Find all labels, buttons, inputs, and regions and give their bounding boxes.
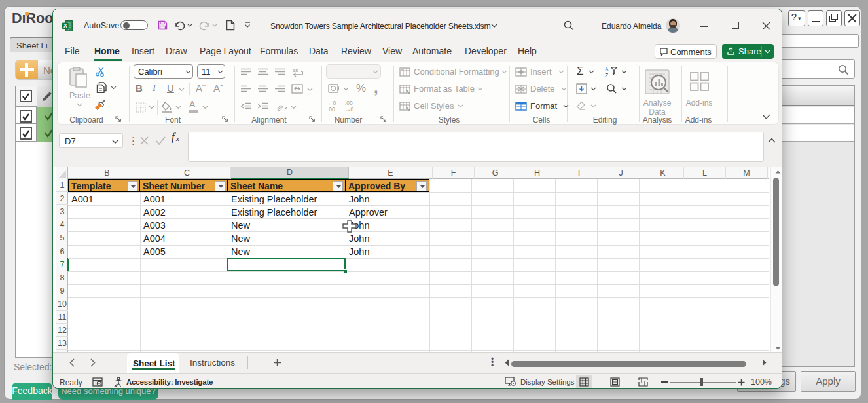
- svg-text:.00: .00: [345, 100, 353, 106]
- svg-text:X: X: [63, 22, 67, 29]
- svg-text:Z: Z: [605, 72, 608, 78]
- svg-text:←0: ←0: [327, 100, 336, 106]
- svg-text:.00: .00: [327, 106, 335, 112]
- svg-text:→0: →0: [345, 106, 354, 112]
- svg-text:ab: ab: [277, 103, 284, 111]
- svg-text:ab: ab: [293, 67, 298, 73]
